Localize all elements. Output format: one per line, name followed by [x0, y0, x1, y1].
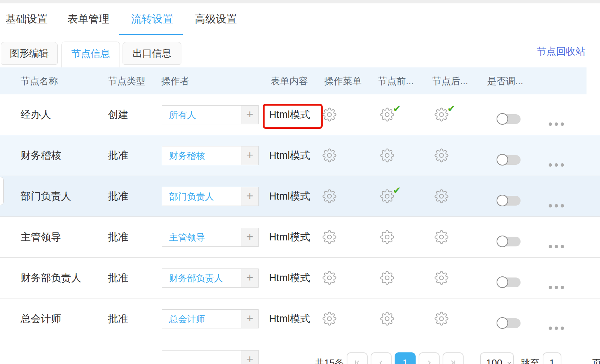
col-operator: 操作者 — [161, 67, 189, 94]
gear-icon — [380, 230, 394, 244]
gear-icon — [434, 312, 449, 326]
after-node-gear-button[interactable]: ✔ — [434, 107, 449, 122]
operator-input[interactable] — [162, 269, 241, 288]
before-node-gear-button[interactable] — [380, 271, 394, 285]
plus-icon: + — [246, 148, 253, 162]
form-content-mode[interactable]: Html模式 — [269, 176, 310, 216]
after-node-gear-button[interactable] — [434, 148, 449, 163]
plus-icon: + — [246, 352, 253, 364]
action-menu-gear-button[interactable] — [322, 312, 337, 326]
node-type: 批准 — [108, 298, 128, 339]
operator-box: + — [162, 350, 259, 364]
toggle-knob — [497, 236, 508, 247]
more-actions-button[interactable] — [549, 121, 567, 127]
action-menu-gear-button[interactable] — [322, 107, 337, 122]
gear-icon — [380, 189, 394, 203]
pagination-next-button[interactable] — [419, 352, 440, 364]
toggle-switch-off[interactable] — [497, 155, 521, 165]
node-name: 财务部负责人 — [21, 258, 81, 298]
before-node-gear-button[interactable] — [380, 312, 394, 326]
edge-popover-fragment — [0, 177, 4, 205]
toggle-switch-off[interactable] — [497, 196, 521, 206]
action-menu-gear-button[interactable] — [322, 230, 337, 244]
action-menu-gear-button[interactable] — [322, 271, 337, 285]
node-type: 批准 — [108, 135, 128, 176]
pagination-total: 共15条 — [315, 352, 344, 364]
toggle-knob — [497, 113, 508, 125]
toggle-switch-off[interactable] — [497, 277, 521, 287]
jump-page-input[interactable] — [543, 352, 561, 364]
more-actions-button[interactable] — [549, 202, 567, 209]
add-operator-button[interactable]: + — [241, 350, 259, 364]
operator-input[interactable] — [162, 350, 241, 364]
before-node-gear-button[interactable] — [380, 230, 394, 244]
pagination-prev-button[interactable] — [371, 352, 392, 364]
tab-form-management[interactable]: 表单管理 — [67, 3, 109, 35]
operator-input[interactable] — [162, 228, 241, 247]
toggle-switch-off[interactable] — [497, 237, 521, 246]
toggle-knob — [497, 195, 508, 206]
node-type: 创建 — [108, 94, 128, 135]
pagination-page-1[interactable]: 1 — [395, 352, 416, 364]
tab-graphic-edit[interactable]: 图形编辑 — [1, 42, 58, 65]
add-operator-button[interactable]: + — [241, 187, 259, 206]
add-operator-button[interactable]: + — [241, 269, 259, 288]
jump-to-label: 跳至 — [521, 352, 540, 364]
action-menu-gear-button[interactable] — [322, 189, 337, 203]
add-operator-button[interactable]: + — [241, 228, 259, 247]
form-content-mode[interactable]: Html模式 — [269, 258, 310, 298]
add-operator-button[interactable]: + — [241, 105, 259, 124]
node-recycle-bin-link[interactable]: 节点回收站 — [537, 43, 585, 60]
operator-box: + — [162, 187, 259, 206]
form-content-mode[interactable]: Html模式 — [269, 94, 310, 135]
check-icon: ✔ — [393, 104, 401, 113]
add-operator-button[interactable]: + — [241, 309, 259, 328]
operator-input[interactable] — [162, 105, 241, 124]
secondary-tab-bar: 图形编辑 节点信息 出口信息 节点回收站 — [0, 35, 600, 67]
tab-advanced-settings[interactable]: 高级设置 — [195, 3, 237, 35]
toggle-switch-off[interactable] — [497, 114, 521, 124]
page-size-select[interactable]: 100 — [480, 352, 514, 364]
more-actions-button[interactable] — [549, 284, 567, 291]
operator-box: + — [162, 146, 259, 165]
gear-icon — [434, 271, 449, 285]
col-toggle: 是否调... — [487, 67, 523, 94]
operator-box: + — [162, 309, 259, 328]
add-operator-button[interactable]: + — [241, 146, 259, 165]
operator-input[interactable] — [162, 146, 241, 165]
table-row: 部门负责人批准+Html模式✔ — [0, 176, 600, 217]
col-action-menu: 操作菜单 — [324, 67, 362, 94]
tab-flow-settings[interactable]: 流转设置 — [131, 3, 173, 35]
page-unit-label: 页 — [592, 352, 600, 364]
gear-icon — [380, 148, 394, 163]
more-actions-button[interactable] — [549, 161, 567, 168]
pagination-first-button[interactable] — [347, 352, 368, 364]
after-node-gear-button[interactable] — [434, 189, 449, 203]
form-content-mode[interactable]: Html模式 — [269, 135, 310, 176]
after-node-gear-button[interactable] — [434, 230, 449, 244]
tab-exit-info[interactable]: 出口信息 — [123, 42, 181, 65]
after-node-gear-button[interactable] — [434, 312, 449, 326]
pagination-last-button[interactable] — [443, 352, 464, 364]
after-node-gear-button[interactable] — [434, 271, 449, 285]
toggle-switch-off[interactable] — [497, 318, 521, 328]
action-menu-gear-button[interactable] — [322, 148, 337, 163]
table-row: 财务部负责人批准+Html模式 — [0, 258, 600, 298]
more-actions-button[interactable] — [549, 325, 567, 331]
table-header-row: 节点名称 节点类型 操作者 表单内容 操作菜单 节点前... 节点后... 是否… — [0, 67, 587, 94]
operator-input[interactable] — [162, 187, 241, 206]
before-node-gear-button[interactable] — [380, 148, 394, 163]
gear-icon — [322, 107, 337, 122]
before-node-gear-button[interactable]: ✔ — [380, 107, 394, 122]
tab-node-info[interactable]: 节点信息 — [61, 42, 120, 67]
check-icon: ✔ — [393, 185, 401, 195]
node-name: 财务稽核 — [21, 135, 61, 176]
plus-icon: + — [246, 189, 253, 203]
form-content-mode[interactable]: Html模式 — [269, 217, 310, 257]
tab-basic-settings[interactable]: 基础设置 — [6, 3, 48, 35]
before-node-gear-button[interactable]: ✔ — [380, 189, 394, 203]
form-content-mode[interactable]: Html模式 — [269, 298, 310, 339]
gear-icon — [322, 148, 337, 163]
more-actions-button[interactable] — [549, 243, 567, 250]
operator-input[interactable] — [162, 309, 241, 328]
